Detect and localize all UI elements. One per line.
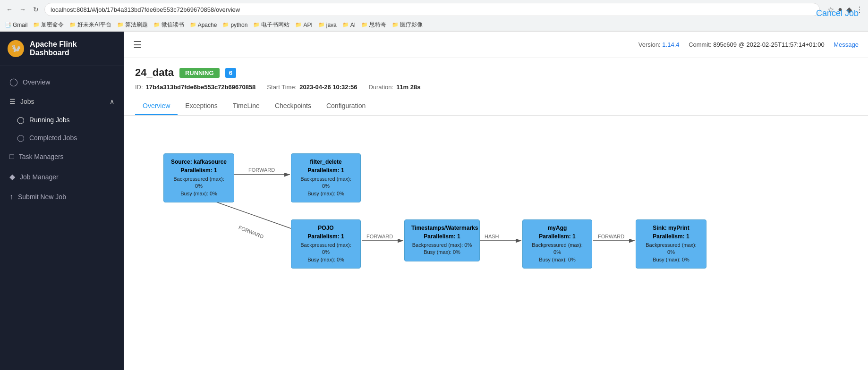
node-source-parallelism: Parallelism: 1 [170,167,227,174]
bookmark-6[interactable]: 📁 python [222,22,247,28]
top-bar-right: Version: 1.14.4 Commit: 895c609 @ 2022-0… [638,41,859,48]
node-filter-parallelism: Parallelism: 1 [298,167,354,174]
bookmark-1[interactable]: 📁 加密命令 [33,21,64,29]
browser-chrome: ← → ↻ localhost:8081/#/job/17b4a313bd7fd… [0,0,868,32]
node-timestamps[interactable]: Timestamps/Watermarks Parallelism: 1 Bac… [404,219,480,261]
bookmark-gmail[interactable]: 📑 Gmail [5,22,27,28]
commit-value: 895c609 @ 2022-02-25T11:57:14+01:00 [713,41,824,48]
node-pojo[interactable]: POJO Parallelism: 1 Backpressured (max):… [291,219,361,269]
node-myagg[interactable]: myAgg Parallelism: 1 Backpressured (max)… [522,219,592,269]
tab-checkpoints[interactable]: Checkpoints [267,97,319,115]
node-myagg-stat1: Backpressured (max): 0% [529,242,585,256]
node-filter-stat2: Busy (max): 0% [298,190,354,197]
sidebar-item-completed-jobs[interactable]: ◯ Completed Jobs [0,129,124,147]
sidebar-item-task-managers[interactable]: □ Task Managers [0,147,124,167]
main-content: ☰ Version: 1.14.4 Commit: 895c609 @ 2022… [124,32,868,370]
tab-exceptions[interactable]: Exceptions [178,97,225,115]
job-meta: ID: 17b4a313bd7fde6be553c72b69670858 Sta… [135,84,857,91]
forward-button[interactable]: → [18,5,27,14]
sidebar-title: Apache Flink Dashboard [30,40,116,57]
version-value: 1.14.4 [662,41,679,48]
bookmark-7[interactable]: 📁 电子书网站 [253,21,289,29]
reload-button[interactable]: ↻ [31,5,41,14]
node-filter-title: filter_delete [298,159,354,165]
node-sink[interactable]: Sink: myPrint Parallelism: 1 Backpressur… [636,219,706,269]
tab-timeline[interactable]: TimeLine [225,97,267,115]
bookmark-icon: 📁 [253,22,260,28]
flow-arrows: FORWARD FORWARD FORWARD HASH FORWARD [135,125,749,304]
sidebar-item-job-manager[interactable]: ◆ Job Manager [0,167,124,187]
duration-value: 11m 28s [396,84,420,91]
node-source[interactable]: Source: kafkasource Parallelism: 1 Backp… [163,153,234,202]
commit-label: Commit: [689,41,711,48]
svg-text:HASH: HASH [485,234,499,239]
bookmark-icon: 📁 [190,22,196,28]
sidebar-logo: 🐿 [8,40,24,57]
parallelism-badge: 6 [225,68,236,78]
submit-job-icon: ↑ [9,193,13,201]
node-sink-title: Sink: myPrint [643,225,699,231]
status-badge: RUNNING [179,68,220,78]
bookmark-5[interactable]: 📁 Apache [190,22,217,28]
sidebar-item-jobs[interactable]: ☰ Jobs ∧ [0,92,124,111]
job-header: 24_data RUNNING 6 Cancel Job ID: 17b4a31… [124,58,868,91]
bookmark-icon: 📁 [318,22,325,28]
node-source-stat2: Busy (max): 0% [170,190,227,197]
node-pojo-title: POJO [298,225,354,231]
bookmark-icon: 📑 [5,22,11,28]
start-time-value: 2023-04-26 10:32:56 [299,84,357,91]
bookmark-11[interactable]: 📁 思特奇 [361,21,386,29]
sidebar-item-running-jobs[interactable]: ◯ Running Jobs [0,111,124,129]
job-id-item: ID: 17b4a313bd7fde6be553c72b69670858 [135,84,255,91]
address-bar-text: localhost:8081/#/job/17b4a313bd7fde6be55… [51,6,240,13]
node-sink-stat2: Busy (max): 0% [643,256,699,263]
top-bar: ☰ Version: 1.14.4 Commit: 895c609 @ 2022… [124,32,868,58]
top-bar-left: ☰ [133,39,142,50]
completed-jobs-icon: ◯ [17,134,25,142]
sidebar-header: 🐿 Apache Flink Dashboard [0,32,124,66]
job-start-time-item: Start Time: 2023-04-26 10:32:56 [267,84,357,91]
back-button[interactable]: ← [5,5,14,14]
bookmark-8[interactable]: 📁 API [295,22,312,28]
address-bar[interactable]: localhost:8081/#/job/17b4a313bd7fde6be55… [44,3,820,16]
node-timestamps-stat1: Backpressured (max): 0% [411,242,473,249]
svg-text:FORWARD: FORWARD [366,234,393,239]
node-timestamps-title: Timestamps/Watermarks [411,225,473,231]
bookmark-icon: 📁 [295,22,302,28]
app-layout: 🐿 Apache Flink Dashboard ◯ Overview ☰ Jo… [0,32,868,370]
hamburger-icon[interactable]: ☰ [133,39,142,50]
bookmark-4[interactable]: 📁 微信读书 [153,21,184,29]
bookmark-9[interactable]: 📁 java [318,22,337,28]
expand-jobs-icon: ∧ [110,98,114,105]
node-timestamps-parallelism: Parallelism: 1 [411,233,473,240]
tab-configuration[interactable]: Configuration [319,97,373,115]
node-source-title: Source: kafkasource [170,159,227,165]
bookmark-3[interactable]: 📁 算法刷题 [117,21,148,29]
tab-overview[interactable]: Overview [135,97,178,115]
bookmark-icon: 📁 [153,22,160,28]
bookmark-2[interactable]: 📁 好未来AI平台 [69,21,111,29]
node-sink-parallelism: Parallelism: 1 [643,233,699,240]
node-pojo-parallelism: Parallelism: 1 [298,233,354,240]
tabs: Overview Exceptions TimeLine Checkpoints… [124,97,868,116]
bookmark-10[interactable]: 📁 AI [342,22,356,28]
job-id-label: ID: [135,84,143,91]
node-pojo-stat1: Backpressured (max): 0% [298,242,354,256]
bookmark-icon: 📁 [392,22,399,28]
duration-label: Duration: [368,84,393,91]
svg-text:FORWARD: FORWARD [248,167,275,173]
node-filter[interactable]: filter_delete Parallelism: 1 Backpressur… [291,153,361,202]
sidebar-item-overview[interactable]: ◯ Overview [0,72,124,92]
message-link[interactable]: Message [834,41,859,48]
start-time-label: Start Time: [267,84,297,91]
flow-container: FORWARD FORWARD FORWARD HASH FORWARD [135,125,702,314]
node-timestamps-stat2: Busy (max): 0% [411,249,473,256]
job-duration-item: Duration: 11m 28s [368,84,420,91]
job-name: 24_data [135,67,174,79]
bookmark-icon: 📁 [361,22,368,28]
sidebar-item-submit-new-job[interactable]: ↑ Submit New Job [0,187,124,207]
bookmark-12[interactable]: 📁 医疗影像 [392,21,423,29]
svg-text:FORWARD: FORWARD [238,224,264,239]
node-myagg-parallelism: Parallelism: 1 [529,233,585,240]
version-label: Version: [638,41,661,48]
